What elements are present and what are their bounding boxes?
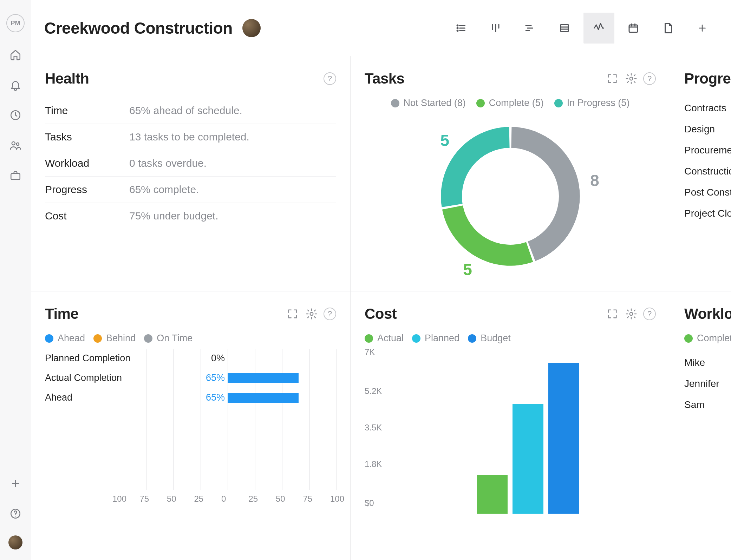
view-file-icon[interactable] xyxy=(652,13,683,44)
axis-tick-label: 5.2K xyxy=(365,386,382,396)
workload-item[interactable]: Mike xyxy=(684,352,717,373)
panel-tasks: Tasks ? Not Started (8) Complete (5) In … xyxy=(351,56,670,291)
time-legend: Ahead Behind On Time xyxy=(45,333,336,344)
progress-item[interactable]: Project Clos xyxy=(684,203,717,224)
help-icon[interactable]: ? xyxy=(643,308,656,320)
cost-bar[interactable] xyxy=(548,363,579,514)
donut-segment[interactable] xyxy=(442,205,533,265)
clock-icon[interactable] xyxy=(7,107,24,124)
view-dashboard-icon[interactable] xyxy=(583,13,614,44)
tasks-legend: Not Started (8) Complete (5) In Progress… xyxy=(365,98,656,108)
expand-icon[interactable] xyxy=(605,72,619,86)
legend-item-behind[interactable]: Behind xyxy=(93,333,136,344)
health-label: Cost xyxy=(45,210,129,222)
home-icon[interactable] xyxy=(7,46,24,63)
legend-item-complete[interactable]: Complete (5) xyxy=(476,98,544,108)
legend-label: Actual xyxy=(377,333,404,344)
axis-tick-label: 25 xyxy=(194,494,204,504)
sidebar: PM xyxy=(0,0,31,560)
view-board-icon[interactable] xyxy=(480,13,511,44)
legend-label: Behind xyxy=(106,333,136,344)
gridline xyxy=(146,349,146,490)
svg-point-1 xyxy=(12,142,15,145)
progress-item[interactable]: Contracts xyxy=(684,98,717,119)
view-calendar-icon[interactable] xyxy=(618,13,649,44)
panel-title-progress: Progre xyxy=(684,70,731,87)
panel-title-health: Health xyxy=(45,70,89,87)
expand-icon[interactable] xyxy=(605,307,619,321)
app-logo[interactable]: PM xyxy=(6,14,25,32)
donut-value-label: 5 xyxy=(463,261,472,279)
donut-segment[interactable] xyxy=(511,127,580,261)
legend-item-ahead[interactable]: Ahead xyxy=(45,333,85,344)
briefcase-icon[interactable] xyxy=(7,167,24,184)
people-icon[interactable] xyxy=(7,137,24,154)
cost-chart: 7K5.2K3.5K1.8K$0 xyxy=(365,352,656,524)
svg-point-8 xyxy=(457,30,458,31)
time-row-value: 0% xyxy=(200,353,225,364)
view-gantt-icon[interactable] xyxy=(515,13,546,44)
health-row: Tasks 13 tasks to be completed. xyxy=(45,124,336,150)
cost-legend: Actual Planned Budget xyxy=(365,333,656,344)
legend-item-notstarted[interactable]: Not Started (8) xyxy=(391,98,466,108)
time-bar[interactable] xyxy=(228,393,299,403)
svg-point-12 xyxy=(310,312,313,316)
bell-icon[interactable] xyxy=(7,77,24,93)
health-label: Time xyxy=(45,105,129,117)
axis-tick-label: 0 xyxy=(221,494,226,504)
user-avatar[interactable] xyxy=(8,535,22,549)
help-icon[interactable] xyxy=(7,505,24,522)
project-owner-avatar[interactable] xyxy=(242,19,261,37)
legend-item-planned[interactable]: Planned xyxy=(412,333,459,344)
cost-bar[interactable] xyxy=(477,475,508,514)
time-chart: Planned Completion0%Actual Completion65%… xyxy=(45,349,336,504)
gridline xyxy=(282,349,282,490)
donut-value-label: 8 xyxy=(590,171,599,190)
workload-item[interactable]: Sam xyxy=(684,394,717,415)
project-title: Creekwood Construction xyxy=(44,19,233,38)
health-label: Progress xyxy=(45,184,129,196)
panel-title-time: Time xyxy=(45,305,78,322)
svg-point-2 xyxy=(17,143,19,145)
health-value: 13 tasks to be completed. xyxy=(129,131,249,143)
legend-label: Not Started (8) xyxy=(404,98,466,108)
health-row: Progress 65% complete. xyxy=(45,177,336,203)
axis-tick-label: 75 xyxy=(140,494,149,504)
help-icon[interactable]: ? xyxy=(324,308,336,320)
gear-icon[interactable] xyxy=(305,307,319,321)
panel-progress: Progre Contracts Design Procuremen Const… xyxy=(670,56,731,291)
progress-item[interactable]: Design xyxy=(684,119,717,140)
workload-item[interactable]: Jennifer xyxy=(684,373,717,394)
axis-tick-label: 100 xyxy=(330,494,344,504)
donut-segment[interactable] xyxy=(441,127,509,207)
gridline xyxy=(337,349,337,490)
legend-item-actual[interactable]: Actual xyxy=(365,333,404,344)
legend-item-budget[interactable]: Budget xyxy=(468,333,511,344)
gear-icon[interactable] xyxy=(624,72,638,86)
expand-icon[interactable] xyxy=(286,307,300,321)
progress-item[interactable]: Procuremen xyxy=(684,140,717,161)
legend-label: On Time xyxy=(157,333,192,344)
legend-item-complete[interactable]: Complet xyxy=(684,333,731,344)
time-bar[interactable] xyxy=(228,373,299,383)
add-icon[interactable] xyxy=(7,475,24,492)
legend-item-inprogress[interactable]: In Progress (5) xyxy=(554,98,630,108)
cost-bar[interactable] xyxy=(513,404,543,514)
gear-icon[interactable] xyxy=(624,307,638,321)
axis-tick-label: 7K xyxy=(365,347,375,357)
help-icon[interactable]: ? xyxy=(643,72,656,85)
gridline xyxy=(119,349,119,490)
legend-label: Ahead xyxy=(58,333,85,344)
view-sheet-icon[interactable] xyxy=(549,13,580,44)
axis-tick-label: 3.5K xyxy=(365,423,382,433)
add-view-icon[interactable] xyxy=(687,13,718,44)
view-list-icon[interactable] xyxy=(446,13,477,44)
progress-item[interactable]: Constructio xyxy=(684,161,717,182)
legend-item-ontime[interactable]: On Time xyxy=(144,333,192,344)
gridline xyxy=(173,349,174,490)
svg-point-5 xyxy=(15,516,16,516)
panel-workload: Worklo Complet Mike Jennifer Sam xyxy=(670,291,731,560)
time-row-value: 65% xyxy=(200,373,225,383)
help-icon[interactable]: ? xyxy=(324,72,336,85)
progress-item[interactable]: Post Constr xyxy=(684,182,717,203)
